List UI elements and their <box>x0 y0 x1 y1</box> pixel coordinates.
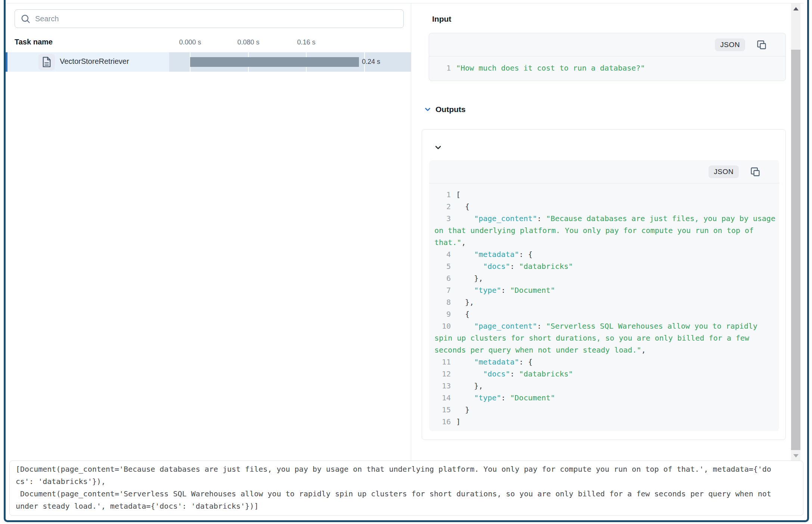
outputs-section-title: Outputs <box>436 105 465 114</box>
timeline-tick: 0.000 s <box>179 38 201 46</box>
trace-viewer: Task name 0.000 s 0.080 s 0.16 s VectorS… <box>0 0 812 524</box>
selected-row-accent <box>6 52 7 72</box>
scroll-up-arrow-icon[interactable] <box>793 7 799 10</box>
code-line: 9 { <box>434 308 776 320</box>
timeline-axis: 0.000 s 0.080 s 0.16 s <box>169 35 411 52</box>
outputs-card-header: JSON <box>429 160 779 183</box>
search-icon <box>20 13 31 24</box>
input-json-card: JSON 1"How much does it cost to run a da… <box>429 33 786 81</box>
chevron-down-icon[interactable] <box>434 143 443 152</box>
scroll-down-arrow-icon[interactable] <box>793 454 799 458</box>
raw-output-text: [Document(page_content='Because database… <box>16 463 773 512</box>
json-format-toggle[interactable]: JSON <box>715 38 745 51</box>
code-line: 13 }, <box>434 380 776 392</box>
task-timeline-panel: Task name 0.000 s 0.080 s 0.16 s VectorS… <box>6 3 411 461</box>
input-json-code: 1"How much does it cost to run a databas… <box>429 56 785 80</box>
code-line: 8 }, <box>434 296 776 308</box>
code-line: 7 "type": "Document" <box>434 284 776 296</box>
task-row-vectorstoreretriever[interactable]: VectorStoreRetriever 0.24 s <box>6 52 411 72</box>
json-format-toggle[interactable]: JSON <box>709 165 739 178</box>
outputs-code-block: JSON 1[2 {3 "page_content": "Because dat… <box>429 160 779 431</box>
code-line: 15 } <box>434 404 776 416</box>
outputs-json-code: 1[2 {3 "page_content": "Because database… <box>429 183 779 431</box>
code-line: 6 }, <box>434 272 776 284</box>
timeline-tick: 0.080 s <box>237 38 259 46</box>
copy-icon[interactable] <box>750 167 760 177</box>
search-box[interactable] <box>15 9 404 28</box>
outputs-section-header[interactable]: Outputs <box>424 105 465 114</box>
document-icon <box>38 54 55 70</box>
task-timeline-lane: 0.24 s <box>169 52 411 72</box>
input-section-title: Input <box>432 15 451 24</box>
outputs-json-card: JSON 1[2 {3 "page_content": "Because dat… <box>422 129 786 440</box>
scrollbar-thumb[interactable] <box>791 50 800 450</box>
code-line: 4 "metadata": { <box>434 248 776 260</box>
copy-icon[interactable] <box>756 40 767 50</box>
input-card-header: JSON <box>429 33 785 56</box>
task-name: VectorStoreRetriever <box>60 57 129 66</box>
code-line: 1[ <box>434 189 776 201</box>
code-line: 3 "page_content": "Because databases are… <box>434 213 776 248</box>
table-header: Task name 0.000 s 0.080 s 0.16 s <box>6 35 411 52</box>
search-input[interactable] <box>35 15 398 23</box>
span-detail-panel: Input JSON 1"How much does it cost to ru… <box>411 3 791 461</box>
raw-output-box: [Document(page_content='Because database… <box>9 461 803 516</box>
code-line: 1"How much does it cost to run a databas… <box>434 62 782 74</box>
task-name-header: Task name <box>15 38 53 46</box>
code-line: 16] <box>434 416 776 428</box>
code-line: 11 "metadata": { <box>434 356 776 368</box>
code-line: 2 { <box>434 201 776 213</box>
chevron-down-icon[interactable] <box>424 105 432 114</box>
code-line: 14 "type": "Document" <box>434 392 776 404</box>
raw-output-line: Document(page_content='Serverless SQL Wa… <box>16 488 773 512</box>
code-line: 5 "docs": "databricks" <box>434 260 776 272</box>
code-line: 12 "docs": "databricks" <box>434 368 776 380</box>
vertical-scrollbar[interactable] <box>791 3 800 461</box>
raw-output-line: [Document(page_content='Because database… <box>16 463 773 488</box>
timeline-tick: 0.16 s <box>297 38 315 46</box>
code-line: 10 "page_content": "Serverless SQL Wareh… <box>434 320 776 356</box>
duration-bar[interactable] <box>190 57 359 67</box>
duration-label: 0.24 s <box>362 58 380 66</box>
